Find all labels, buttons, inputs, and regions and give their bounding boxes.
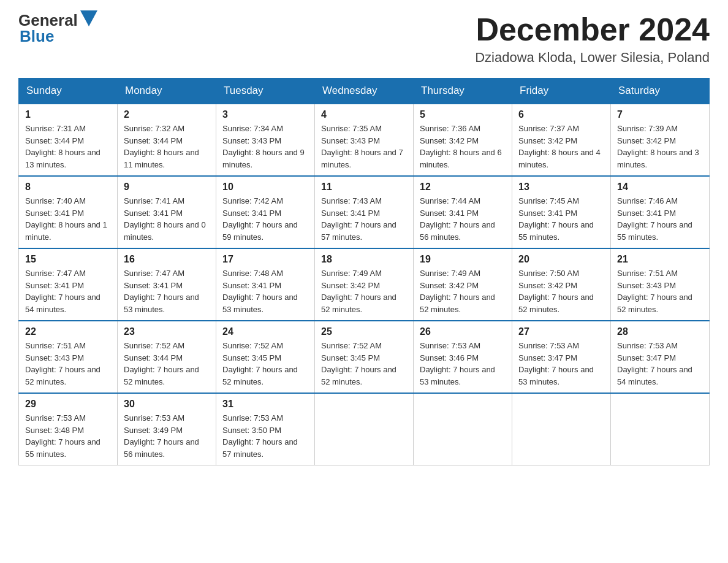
calendar-cell: 13 Sunrise: 7:45 AMSunset: 3:41 PMDaylig…: [512, 176, 611, 248]
calendar-cell: 28 Sunrise: 7:53 AMSunset: 3:47 PMDaylig…: [611, 321, 710, 393]
calendar-header-monday: Monday: [118, 79, 216, 104]
svg-marker-0: [80, 10, 97, 26]
calendar-week-row: 8 Sunrise: 7:40 AMSunset: 3:41 PMDayligh…: [19, 176, 710, 248]
calendar-header-saturday: Saturday: [611, 79, 710, 104]
day-info: Sunrise: 7:36 AMSunset: 3:42 PMDaylight:…: [420, 123, 506, 170]
day-number: 24: [222, 326, 308, 337]
calendar-cell: 10 Sunrise: 7:42 AMSunset: 3:41 PMDaylig…: [216, 176, 315, 248]
calendar-cell: 29 Sunrise: 7:53 AMSunset: 3:48 PMDaylig…: [19, 393, 118, 465]
month-year-title: December 2024: [475, 12, 710, 47]
calendar-week-row: 15 Sunrise: 7:47 AMSunset: 3:41 PMDaylig…: [19, 248, 710, 321]
calendar-cell: 31 Sunrise: 7:53 AMSunset: 3:50 PMDaylig…: [216, 393, 315, 465]
day-number: 11: [321, 182, 407, 193]
calendar-cell: 25 Sunrise: 7:52 AMSunset: 3:45 PMDaylig…: [315, 321, 414, 393]
day-info: Sunrise: 7:37 AMSunset: 3:42 PMDaylight:…: [518, 123, 604, 170]
calendar-cell: [512, 393, 611, 465]
logo-general: General: [18, 12, 78, 28]
day-info: Sunrise: 7:46 AMSunset: 3:41 PMDaylight:…: [617, 195, 703, 243]
day-info: Sunrise: 7:31 AMSunset: 3:44 PMDaylight:…: [25, 123, 111, 170]
day-info: Sunrise: 7:45 AMSunset: 3:41 PMDaylight:…: [518, 195, 604, 243]
calendar-cell: 14 Sunrise: 7:46 AMSunset: 3:41 PMDaylig…: [611, 176, 710, 248]
day-number: 4: [321, 109, 407, 120]
page-header: General Blue December 2024 Dziadowa Klod…: [18, 12, 710, 66]
day-number: 17: [222, 254, 308, 265]
calendar-cell: 9 Sunrise: 7:41 AMSunset: 3:41 PMDayligh…: [118, 176, 216, 248]
calendar-cell: 30 Sunrise: 7:53 AMSunset: 3:49 PMDaylig…: [118, 393, 216, 465]
calendar-cell: 22 Sunrise: 7:51 AMSunset: 3:43 PMDaylig…: [19, 321, 118, 393]
calendar-cell: 11 Sunrise: 7:43 AMSunset: 3:41 PMDaylig…: [315, 176, 414, 248]
calendar-cell: 8 Sunrise: 7:40 AMSunset: 3:41 PMDayligh…: [19, 176, 118, 248]
day-number: 5: [420, 109, 506, 120]
logo-blue: Blue: [20, 28, 97, 44]
calendar-header-tuesday: Tuesday: [216, 79, 315, 104]
calendar-cell: [315, 393, 414, 465]
day-number: 31: [222, 399, 308, 410]
logo-triangle-icon: [80, 10, 97, 26]
day-info: Sunrise: 7:34 AMSunset: 3:43 PMDaylight:…: [222, 123, 308, 170]
day-number: 21: [617, 254, 703, 265]
day-number: 30: [124, 399, 210, 410]
calendar-cell: 21 Sunrise: 7:51 AMSunset: 3:43 PMDaylig…: [611, 248, 710, 321]
calendar-cell: 23 Sunrise: 7:52 AMSunset: 3:44 PMDaylig…: [118, 321, 216, 393]
day-info: Sunrise: 7:53 AMSunset: 3:48 PMDaylight:…: [25, 412, 111, 460]
calendar-header-sunday: Sunday: [19, 79, 118, 104]
day-number: 9: [124, 182, 210, 193]
day-number: 29: [25, 399, 111, 410]
calendar-cell: 20 Sunrise: 7:50 AMSunset: 3:42 PMDaylig…: [512, 248, 611, 321]
day-info: Sunrise: 7:49 AMSunset: 3:42 PMDaylight:…: [420, 267, 506, 315]
calendar-cell: 12 Sunrise: 7:44 AMSunset: 3:41 PMDaylig…: [414, 176, 512, 248]
calendar-header-friday: Friday: [512, 79, 611, 104]
calendar-cell: 18 Sunrise: 7:49 AMSunset: 3:42 PMDaylig…: [315, 248, 414, 321]
day-number: 6: [518, 109, 604, 120]
day-number: 2: [124, 109, 210, 120]
calendar-cell: [611, 393, 710, 465]
day-info: Sunrise: 7:35 AMSunset: 3:43 PMDaylight:…: [321, 123, 407, 170]
calendar-cell: 19 Sunrise: 7:49 AMSunset: 3:42 PMDaylig…: [414, 248, 512, 321]
day-number: 8: [25, 182, 111, 193]
calendar-cell: 7 Sunrise: 7:39 AMSunset: 3:42 PMDayligh…: [611, 104, 710, 176]
day-number: 1: [25, 109, 111, 120]
day-info: Sunrise: 7:52 AMSunset: 3:44 PMDaylight:…: [124, 340, 210, 388]
day-info: Sunrise: 7:50 AMSunset: 3:42 PMDaylight:…: [518, 267, 604, 315]
calendar-cell: 3 Sunrise: 7:34 AMSunset: 3:43 PMDayligh…: [216, 104, 315, 176]
day-info: Sunrise: 7:53 AMSunset: 3:50 PMDaylight:…: [222, 412, 308, 460]
day-info: Sunrise: 7:43 AMSunset: 3:41 PMDaylight:…: [321, 195, 407, 243]
day-info: Sunrise: 7:53 AMSunset: 3:46 PMDaylight:…: [420, 340, 506, 388]
calendar-header-thursday: Thursday: [414, 79, 512, 104]
day-number: 3: [222, 109, 308, 120]
day-info: Sunrise: 7:32 AMSunset: 3:44 PMDaylight:…: [124, 123, 210, 170]
calendar-week-row: 29 Sunrise: 7:53 AMSunset: 3:48 PMDaylig…: [19, 393, 710, 465]
day-info: Sunrise: 7:52 AMSunset: 3:45 PMDaylight:…: [222, 340, 308, 388]
day-info: Sunrise: 7:53 AMSunset: 3:47 PMDaylight:…: [518, 340, 604, 388]
day-number: 13: [518, 182, 604, 193]
day-number: 7: [617, 109, 703, 120]
day-info: Sunrise: 7:41 AMSunset: 3:41 PMDaylight:…: [124, 195, 210, 243]
calendar-cell: 15 Sunrise: 7:47 AMSunset: 3:41 PMDaylig…: [19, 248, 118, 321]
calendar-cell: 26 Sunrise: 7:53 AMSunset: 3:46 PMDaylig…: [414, 321, 512, 393]
day-number: 10: [222, 182, 308, 193]
calendar-cell: 6 Sunrise: 7:37 AMSunset: 3:42 PMDayligh…: [512, 104, 611, 176]
location-text: Dziadowa Kloda, Lower Silesia, Poland: [475, 50, 710, 66]
day-info: Sunrise: 7:44 AMSunset: 3:41 PMDaylight:…: [420, 195, 506, 243]
calendar-header-wednesday: Wednesday: [315, 79, 414, 104]
calendar-table: SundayMondayTuesdayWednesdayThursdayFrid…: [18, 78, 710, 465]
day-info: Sunrise: 7:49 AMSunset: 3:42 PMDaylight:…: [321, 267, 407, 315]
day-number: 22: [25, 326, 111, 337]
day-info: Sunrise: 7:51 AMSunset: 3:43 PMDaylight:…: [617, 267, 703, 315]
calendar-cell: 1 Sunrise: 7:31 AMSunset: 3:44 PMDayligh…: [19, 104, 118, 176]
day-number: 23: [124, 326, 210, 337]
day-info: Sunrise: 7:42 AMSunset: 3:41 PMDaylight:…: [222, 195, 308, 243]
day-info: Sunrise: 7:40 AMSunset: 3:41 PMDaylight:…: [25, 195, 111, 243]
day-info: Sunrise: 7:39 AMSunset: 3:42 PMDaylight:…: [617, 123, 703, 170]
day-info: Sunrise: 7:48 AMSunset: 3:41 PMDaylight:…: [222, 267, 308, 315]
day-number: 18: [321, 254, 407, 265]
day-number: 19: [420, 254, 506, 265]
day-info: Sunrise: 7:53 AMSunset: 3:49 PMDaylight:…: [124, 412, 210, 460]
calendar-cell: 16 Sunrise: 7:47 AMSunset: 3:41 PMDaylig…: [118, 248, 216, 321]
day-number: 25: [321, 326, 407, 337]
calendar-week-row: 1 Sunrise: 7:31 AMSunset: 3:44 PMDayligh…: [19, 104, 710, 176]
calendar-cell: 27 Sunrise: 7:53 AMSunset: 3:47 PMDaylig…: [512, 321, 611, 393]
day-number: 28: [617, 326, 703, 337]
logo: General Blue: [18, 12, 97, 44]
day-number: 14: [617, 182, 703, 193]
